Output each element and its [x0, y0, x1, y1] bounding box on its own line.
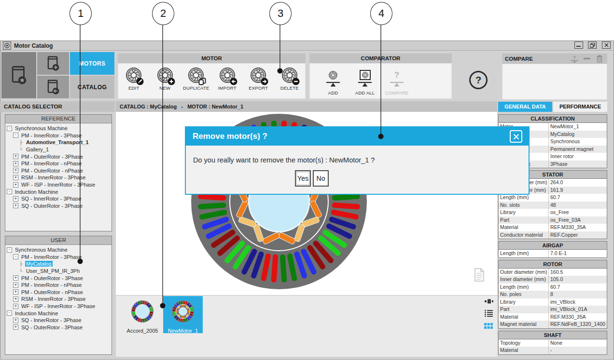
- user-item-sq-innerrotor-3phase[interactable]: +SQ - InnerRotor - 3Phase: [5, 317, 112, 324]
- tree-expander-icon[interactable]: +: [13, 275, 18, 281]
- row-label: Outer diameter (mm): [499, 269, 549, 276]
- new-catalog-button[interactable]: [37, 52, 69, 75]
- tree-expander-icon[interactable]: +: [13, 182, 18, 188]
- tab-motors[interactable]: MOTORS: [70, 52, 114, 75]
- tree-expander-icon[interactable]: -: [7, 310, 12, 316]
- report-document-icon[interactable]: [474, 268, 484, 283]
- comparator-compare-icon: ?: [394, 67, 399, 80]
- reference-item-pm-outerrotor-3phase[interactable]: +PM - OuterRotor - 3Phase: [5, 153, 112, 160]
- user-item-synchronous-machine[interactable]: -Synchronous Machine: [5, 246, 112, 254]
- yes-button[interactable]: Yes: [295, 170, 311, 187]
- reference-item-synchronous-machine[interactable]: -Synchronous Machine: [5, 125, 112, 132]
- tree-item-label: SQ - InnerRotor - 3Phase: [20, 317, 83, 323]
- toolbar-button-label: EDIT: [128, 85, 139, 91]
- close-icon[interactable]: [602, 41, 611, 49]
- user-item-pm-innerrotor-3phase[interactable]: -PM - InnerRotor - 3Phase: [5, 254, 112, 261]
- user-item-mycatalog[interactable]: ├MyCatalog: [5, 260, 112, 268]
- reference-item-automotive-transport-1[interactable]: ├Automotive_Transport_1: [5, 139, 112, 146]
- thumbnail-label: Accord_2005: [127, 328, 158, 334]
- toolbar-button-new[interactable]: NEW: [151, 67, 179, 91]
- remove-from-compare-icon[interactable]: [581, 54, 593, 63]
- toolbar-button-import[interactable]: IMPORT: [213, 67, 241, 91]
- tab-catalog[interactable]: CATALOG: [70, 76, 114, 98]
- row-value: -: [549, 347, 607, 354]
- tree-expander-icon[interactable]: +: [13, 318, 18, 323]
- tree-expander-icon[interactable]: +: [13, 203, 18, 208]
- tree-expander-icon[interactable]: -: [13, 133, 18, 138]
- catalog-favorites-button[interactable]: [1, 52, 36, 98]
- tree-item-label: SQ - OuterRotor - 3Phase: [20, 324, 84, 330]
- row-value: 60.7: [549, 194, 607, 202]
- dialog-title: Remove motor(s) ?: [186, 132, 267, 141]
- comparator-button-add[interactable]: ADD: [321, 67, 346, 95]
- user-item-induction-machine[interactable]: -Induction Machine: [5, 310, 112, 317]
- tree-expander-icon[interactable]: -: [13, 254, 18, 259]
- comparator-button-add-all[interactable]: ADD ALL: [352, 67, 377, 95]
- user-tree-title: USER: [5, 236, 112, 245]
- user-item-user-sm-pm-ir-3ph[interactable]: └User_SM_PM_IR_3Ph: [5, 268, 112, 275]
- restore-icon[interactable]: [588, 41, 597, 49]
- tab-performance[interactable]: PERFORMANCE: [553, 102, 607, 112]
- user-item-sq-outerrotor-3phase[interactable]: +SQ - OuterRotor - 3Phase: [5, 324, 112, 331]
- reference-item-sq-innerrotor-3phase[interactable]: +SQ - InnerRotor - 3Phase: [5, 195, 112, 202]
- reference-item-induction-machine[interactable]: -Induction Machine: [5, 188, 112, 195]
- tree-expander-icon[interactable]: +: [13, 161, 18, 166]
- user-item-pm-innerrotor-nphase[interactable]: +PM - InnerRotor - nPhase: [5, 282, 112, 289]
- grid-view-icon[interactable]: [484, 323, 493, 331]
- minimize-icon[interactable]: [574, 41, 583, 49]
- tree-item-label: PM - OuterRotor - 3Phase: [20, 154, 84, 160]
- tree-expander-icon[interactable]: +: [13, 289, 18, 295]
- toolbar-button-delete[interactable]: DELETE: [276, 67, 304, 91]
- app-motor-icon: [3, 41, 11, 50]
- tree-connector: └: [19, 269, 25, 274]
- user-item-wf-isp-innerrotor-3phase[interactable]: +WF - ISP - InnerRotor - 3Phase: [5, 303, 112, 310]
- callout-number: 1: [78, 7, 84, 20]
- tree-expander-icon[interactable]: +: [13, 304, 18, 309]
- reference-item-rsm-innerrotor-3phase[interactable]: +RSM - InnerRotor - 3Phase: [5, 174, 112, 181]
- tree-expander-icon[interactable]: -: [7, 247, 12, 253]
- tree-expander-icon[interactable]: -: [7, 189, 12, 194]
- reference-item-wf-isp-innerrotor-3phase[interactable]: +WF - ISP - InnerRotor - 3Phase: [5, 181, 112, 189]
- tree-expander-icon[interactable]: +: [13, 154, 18, 159]
- plus-icon: [167, 78, 175, 85]
- no-button[interactable]: No: [313, 170, 329, 187]
- tab-general-data[interactable]: GENERAL DATA: [498, 102, 552, 112]
- compare-icon[interactable]: ?: [569, 54, 580, 63]
- reference-tree-panel: REFERENCE -Synchronous Machine-PM - Inne…: [5, 114, 112, 231]
- table-section-title: CLASSIFICATION: [499, 115, 607, 123]
- user-item-pm-outerrotor-3phase[interactable]: +PM - OuterRotor - 3Phase: [5, 274, 112, 282]
- compare-panel-title: COMPARE: [504, 56, 568, 62]
- thumbnail-accord-2005[interactable]: Accord_2005: [123, 296, 162, 333]
- toolbar-button-duplicate[interactable]: DUPLICATE: [182, 67, 210, 91]
- tree-expander-icon[interactable]: +: [13, 196, 18, 202]
- tree-expander-icon[interactable]: +: [13, 168, 18, 173]
- user-item-pm-outerrotor-nphase[interactable]: +PM - OuterRotor - nPhase: [5, 289, 112, 296]
- reference-item-gallery-1[interactable]: └Gallery_1: [5, 146, 112, 153]
- callout-3: 3: [269, 2, 292, 25]
- list-view-icon[interactable]: [485, 310, 493, 319]
- row-label: Topology: [499, 339, 549, 347]
- thumbnail-newmotor-1[interactable]: NewMotor_1: [163, 296, 203, 333]
- reference-item-pm-outerrotor-nphase[interactable]: +PM - OuterRotor - nPhase: [5, 167, 112, 175]
- thumbnail-size-icon[interactable]: [485, 297, 493, 306]
- user-item-rsm-innerrotor-3phase[interactable]: +RSM - InnerRotor - 3Phase: [5, 296, 112, 303]
- svg-text:?: ?: [573, 55, 576, 60]
- reference-item-pm-innerrotor-nphase[interactable]: +PM - InnerRotor - nPhase: [5, 160, 112, 167]
- help-icon[interactable]: ?: [469, 71, 488, 89]
- comparator-toolbar: ADD ADD ALL? COMPARE: [309, 63, 452, 99]
- tree-expander-icon[interactable]: +: [13, 283, 18, 288]
- tree-expander-icon[interactable]: +: [13, 175, 18, 180]
- reference-tree-title: REFERENCE: [5, 115, 112, 123]
- dialog-close-icon[interactable]: [510, 130, 522, 143]
- tree-expander-icon[interactable]: +: [13, 297, 18, 302]
- tree-expander-icon[interactable]: +: [13, 324, 18, 330]
- tree-expander-icon[interactable]: -: [7, 126, 12, 131]
- reference-item-pm-innerrotor-3phase[interactable]: -PM - InnerRotor - 3Phase: [5, 132, 112, 139]
- row-value: NewMotor_1: [549, 123, 607, 131]
- reference-item-sq-outerrotor-3phase[interactable]: +SQ - OuterRotor - 3Phase: [5, 202, 112, 210]
- table-row: TopologyNone: [499, 339, 607, 347]
- toolbar-button-edit[interactable]: EDIT: [120, 67, 148, 91]
- toolbar-button-export[interactable]: EXPORT: [244, 67, 272, 91]
- import-catalog-button[interactable]: [37, 76, 69, 98]
- trash-icon[interactable]: [594, 54, 605, 63]
